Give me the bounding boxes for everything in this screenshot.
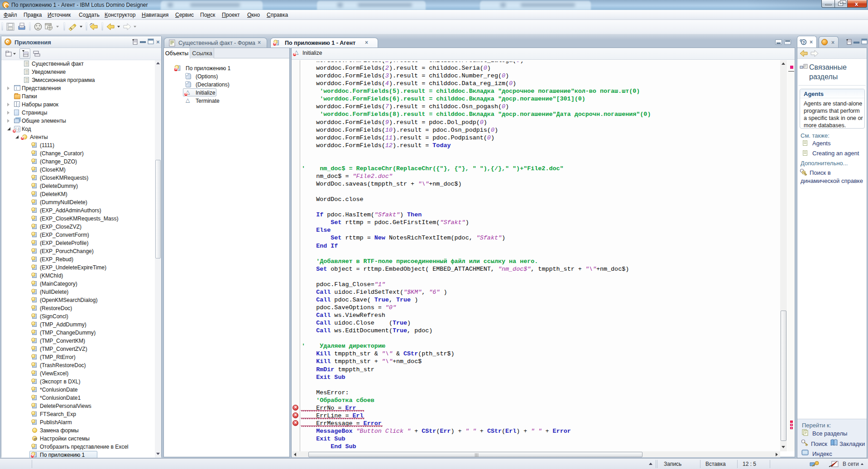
svg-text:?: ? — [802, 40, 805, 45]
